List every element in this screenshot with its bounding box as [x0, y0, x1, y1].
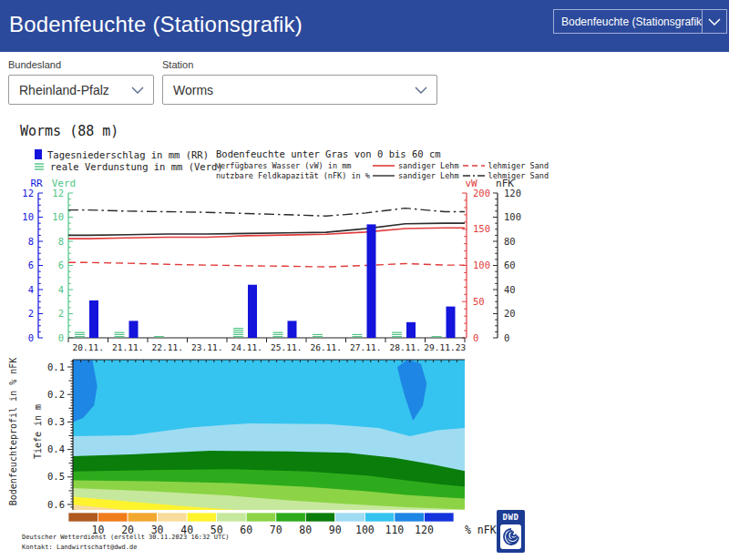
station-value: Worms: [163, 83, 406, 97]
svg-text:60: 60: [240, 524, 252, 536]
svg-text:50: 50: [473, 296, 485, 307]
vw-dashed-line-sample: [463, 163, 485, 168]
precipitation-soil-moisture-chart: 0246810120246810120501001502000204060801…: [0, 178, 547, 351]
svg-text:% nFK: % nFK: [465, 524, 497, 536]
chevron-down-icon: [703, 18, 726, 25]
section-dropdown[interactable]: Bodenfeuchte (Stationsgrafik: [553, 9, 727, 34]
legend-rr-label: Tagesniederschlag in mm (RR): [47, 149, 209, 160]
section-dropdown-value: Bodenfeuchte (Stationsgrafik: [554, 15, 702, 28]
svg-text:110: 110: [385, 524, 405, 536]
svg-text:8: 8: [28, 236, 34, 247]
svg-text:2: 2: [28, 308, 34, 319]
dwd-logo-text: DWD: [497, 513, 525, 522]
svg-text:4: 4: [58, 284, 64, 295]
legend-precip-row: Tagesniederschlag in mm (RR): [35, 148, 223, 160]
precip-bar-icon: [35, 149, 42, 159]
svg-text:0: 0: [58, 332, 64, 343]
spiral-icon: [500, 524, 521, 549]
chevron-down-icon: [122, 87, 153, 94]
svg-text:100: 100: [473, 260, 490, 270]
bundesland-value: Rheinland-Pfalz: [9, 83, 122, 97]
soil-moisture-profile-chart: 0.10.20.30.40.50.61020304050607080901001…: [0, 346, 547, 560]
depth-axis-label: Tiefe in m: [33, 404, 43, 459]
legend-verd-label: reale Verdunstung in mm (Verd): [50, 161, 223, 172]
svg-text:0.4: 0.4: [47, 443, 65, 454]
svg-text:RR: RR: [30, 178, 43, 189]
legend-soil-header: Bodenfeuchte unter Gras von 0 bis 60 cm: [216, 148, 549, 160]
svg-text:0: 0: [473, 332, 478, 343]
svg-text:vW: vW: [465, 178, 477, 189]
svg-text:6: 6: [28, 260, 34, 270]
legend-vw-label: verfügbares Wasser (vW) in mm: [216, 161, 369, 170]
svg-text:0: 0: [28, 332, 34, 343]
svg-text:nFK: nFK: [496, 178, 514, 189]
svg-text:0.2: 0.2: [47, 389, 65, 400]
svg-text:Verd: Verd: [52, 178, 77, 189]
dwd-logo-spiral-box: [500, 524, 521, 549]
svg-text:60: 60: [504, 260, 516, 270]
svg-text:80: 80: [504, 236, 516, 247]
svg-text:2: 2: [58, 308, 64, 319]
svg-text:80: 80: [299, 524, 312, 536]
bundesland-select[interactable]: Rheinland-Pfalz: [8, 75, 154, 105]
svg-text:0.1: 0.1: [47, 361, 65, 372]
svg-text:120: 120: [415, 524, 434, 536]
filter-panel: Bundesland Rheinland-Pfalz Station Worms: [0, 52, 729, 116]
svg-text:8: 8: [58, 236, 64, 247]
svg-text:0.3: 0.3: [47, 416, 65, 427]
svg-text:150: 150: [473, 223, 490, 234]
svg-text:0.5: 0.5: [47, 471, 65, 482]
legend-right: Bodenfeuchte unter Gras von 0 bis 60 cm …: [216, 148, 549, 180]
graphic-panel: Worms (88 m) Tagesniederschlag in mm (RR…: [0, 116, 729, 560]
legend-evap-row: reale Verdunstung in mm (Verd): [35, 160, 223, 172]
chevron-down-icon: [406, 87, 436, 94]
evaporation-icon: [35, 162, 45, 171]
legend-soil2-label: lehmiger Sand: [488, 161, 549, 170]
header-bar: Bodenfeuchte (Stationsgrafik) Bodenfeuch…: [0, 0, 729, 52]
nfk-solid-line-sample: [373, 173, 395, 178]
svg-text:0: 0: [504, 332, 509, 343]
bundesland-label: Bundesland: [8, 59, 154, 70]
svg-text:100: 100: [504, 211, 521, 222]
chart-title: Worms (88 m): [20, 123, 118, 139]
svg-text:0.6: 0.6: [47, 499, 65, 510]
footer-contact: Kontakt: Landwirtschaft@dwd.de: [22, 544, 137, 551]
legend-vw-row: verfügbares Wasser (vW) in mm sandiger L…: [216, 160, 549, 170]
svg-text:40: 40: [504, 284, 516, 295]
legend-left: Tagesniederschlag in mm (RR) reale Verdu…: [35, 148, 223, 172]
svg-text:20: 20: [504, 308, 516, 319]
svg-text:6: 6: [58, 260, 64, 270]
profile-axis-label: Bodenfeuchteprofil in % nFK: [8, 358, 18, 506]
nfk-dashdot-line-sample: [463, 173, 485, 178]
footer-source: Deutscher Wetterdienst (erstellt 30.11.2…: [22, 534, 230, 541]
dwd-logo: DWD: [497, 510, 525, 553]
svg-text:10: 10: [52, 211, 64, 222]
station-select[interactable]: Worms: [162, 75, 437, 105]
svg-text:100: 100: [355, 524, 375, 536]
svg-text:4: 4: [28, 284, 34, 295]
svg-text:70: 70: [270, 524, 282, 536]
svg-text:10: 10: [22, 211, 34, 222]
vw-solid-line-sample: [373, 163, 395, 168]
svg-text:90: 90: [329, 524, 342, 536]
page-title: Bodenfeuchte (Stationsgrafik): [9, 12, 303, 37]
station-label: Station: [162, 59, 437, 70]
legend-soil1-label: sandiger Lehm: [398, 161, 459, 170]
